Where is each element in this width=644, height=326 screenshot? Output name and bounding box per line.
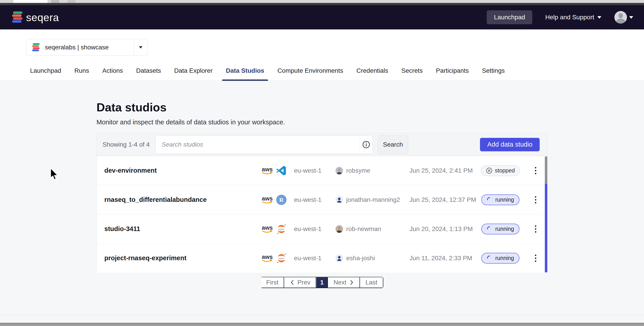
aws-icon: aws	[260, 253, 274, 263]
user-avatar-icon	[336, 254, 343, 262]
status-badge: stopped	[481, 165, 520, 176]
tab-data-explorer[interactable]: Data Explorer	[170, 61, 216, 81]
pagination-page-1[interactable]: 1	[316, 277, 328, 288]
jupyter-icon: jupyter	[276, 224, 287, 234]
user-name: esha-joshi	[346, 255, 375, 262]
search-button[interactable]: Search	[378, 135, 408, 154]
pagination-prev-button[interactable]: Prev	[284, 277, 316, 288]
aws-icon: aws	[260, 224, 274, 234]
user-avatar	[336, 167, 343, 174]
workspace-selector[interactable]: seqeralabs | showcase	[26, 39, 148, 56]
launchpad-button[interactable]: Launchpad	[487, 10, 532, 24]
svg-text:aws: aws	[262, 224, 273, 231]
chevron-down-icon	[597, 16, 601, 19]
table-row[interactable]: project-rnaseq-experiment aws jupyter eu…	[97, 243, 547, 272]
chevron-right-icon	[349, 279, 354, 286]
spinner-icon	[487, 197, 492, 203]
status-badge: running	[481, 253, 519, 264]
jupyter-icon: jupyter	[276, 253, 287, 264]
workspace-name: seqeralabs | showcase	[45, 44, 108, 51]
chevron-left-icon	[290, 279, 295, 286]
rstudio-icon: R	[276, 194, 287, 205]
search-input[interactable]	[156, 136, 360, 154]
workspace-tabs: Launchpad Runs Actions Datasets Data Exp…	[26, 61, 508, 81]
tab-secrets[interactable]: Secrets	[398, 61, 426, 81]
tab-credentials[interactable]: Credentials	[353, 61, 392, 81]
table-toolbar: Showing 1-4 of 4 Search Add data studio	[97, 133, 547, 156]
user-name: jonathan-manning2	[346, 196, 400, 203]
tab-settings[interactable]: Settings	[478, 61, 508, 81]
add-data-studio-button[interactable]: Add data studio	[480, 138, 540, 151]
user-avatar-icon	[336, 196, 343, 204]
status-badge: running	[481, 224, 519, 234]
mouse-cursor	[50, 168, 59, 182]
tab-participants[interactable]: Participants	[432, 61, 472, 81]
help-and-support-menu[interactable]: Help and Support	[545, 14, 601, 21]
tab-launchpad[interactable]: Launchpad	[26, 61, 65, 81]
user-name: rob-newman	[346, 225, 381, 233]
tab-data-studios[interactable]: Data Studios	[222, 61, 268, 81]
browser-chrome-divider	[0, 3, 644, 5]
user-menu[interactable]	[614, 11, 633, 24]
bottom-chrome-strip	[0, 323, 644, 326]
search-box	[156, 135, 373, 154]
date-created: Jun 11, 2024, 2:33 PM	[410, 255, 477, 262]
avatar	[614, 11, 627, 24]
page-title: Data studios	[96, 101, 166, 114]
row-menu-button[interactable]	[532, 165, 540, 176]
svg-text:aws: aws	[262, 166, 273, 173]
studio-name: project-rnaseq-experiment	[104, 254, 260, 262]
workspace-dropdown-toggle[interactable]	[134, 39, 147, 56]
brand-name: seqera	[26, 11, 59, 24]
studio-name: dev-environment	[104, 167, 260, 174]
data-studios-card: Showing 1-4 of 4 Search Add data studio …	[96, 133, 548, 272]
tab-compute-environments[interactable]: Compute Environments	[274, 61, 347, 81]
row-menu-button[interactable]	[532, 194, 540, 205]
studio-name: rnaseq_to_differentialabundance	[104, 196, 260, 203]
stopped-icon	[486, 167, 492, 174]
table-row[interactable]: studio-3411 aws jupyter eu-west-1	[97, 214, 547, 243]
spinner-icon	[487, 255, 492, 261]
region: eu-west-1	[294, 255, 336, 262]
search-info-button[interactable]	[360, 136, 372, 154]
seqera-logo-icon	[12, 11, 23, 23]
vscode-icon	[276, 165, 286, 176]
table-row[interactable]: rnaseq_to_differentialabundance aws R eu…	[97, 185, 547, 214]
pagination-next-button[interactable]: Next	[328, 277, 360, 288]
svg-text:jupyter: jupyter	[278, 228, 284, 230]
seqera-workspace-icon	[32, 43, 40, 52]
region: eu-west-1	[294, 196, 336, 203]
svg-text:jupyter: jupyter	[278, 257, 284, 259]
top-navbar: seqera Launchpad Help and Support	[0, 5, 644, 30]
seqera-brand[interactable]: seqera	[12, 11, 59, 24]
help-label: Help and Support	[545, 14, 594, 21]
table-scrollbar-thumb[interactable]	[545, 156, 547, 184]
spinner-icon	[487, 226, 492, 232]
pagination-first-button[interactable]: First	[261, 277, 284, 288]
row-menu-button[interactable]	[532, 224, 540, 234]
svg-text:aws: aws	[262, 195, 273, 202]
studio-name: studio-3411	[104, 225, 260, 233]
tab-actions[interactable]: Actions	[99, 61, 126, 81]
pagination-last-button[interactable]: Last	[360, 277, 383, 288]
user-avatar	[336, 225, 343, 233]
pagination: First Prev 1 Next Last	[260, 277, 384, 288]
footer-divider	[0, 315, 644, 315]
table-row[interactable]: dev-environment aws eu-west-1	[97, 156, 547, 185]
browser-chrome-strip	[0, 0, 644, 3]
svg-text:R: R	[279, 197, 284, 203]
table-scrollbar-accent	[545, 184, 547, 272]
date-created: Jun 25, 2024, 2:41 PM	[410, 167, 477, 174]
chevron-down-icon	[139, 46, 142, 49]
browser-chrome-fragment	[67, 0, 76, 3]
showing-count: Showing 1-4 of 4	[102, 141, 150, 148]
svg-text:aws: aws	[262, 253, 273, 260]
date-created: Jun 20, 2024, 1:13 PM	[410, 225, 477, 233]
aws-icon: aws	[260, 195, 274, 205]
browser-chrome-fragment	[51, 0, 59, 3]
screen: seqera Launchpad Help and Support	[0, 0, 644, 326]
page-subtitle: Monitor and inspect the details of data …	[96, 119, 285, 126]
tab-datasets[interactable]: Datasets	[132, 61, 165, 81]
row-menu-button[interactable]	[532, 253, 540, 264]
tab-runs[interactable]: Runs	[71, 61, 93, 81]
